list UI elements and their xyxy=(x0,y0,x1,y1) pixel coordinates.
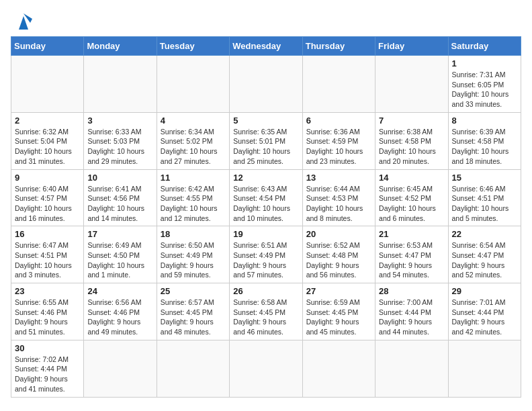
calendar-cell: 17Sunrise: 6:49 AM Sunset: 4:50 PM Dayli… xyxy=(84,226,157,283)
day-info: Sunrise: 6:55 AM Sunset: 4:46 PM Dayligh… xyxy=(15,298,80,337)
day-number: 7 xyxy=(379,116,444,126)
calendar-cell: 27Sunrise: 6:59 AM Sunset: 4:45 PM Dayli… xyxy=(302,283,375,340)
day-number: 10 xyxy=(87,173,152,183)
day-number: 11 xyxy=(161,173,226,183)
calendar-cell xyxy=(375,56,448,113)
day-info: Sunrise: 6:38 AM Sunset: 4:58 PM Dayligh… xyxy=(379,127,444,167)
calendar-cell xyxy=(230,56,302,113)
day-number: 15 xyxy=(452,173,517,183)
calendar-cell xyxy=(11,56,84,113)
day-info: Sunrise: 6:52 AM Sunset: 4:48 PM Dayligh… xyxy=(306,240,371,280)
calendar-cell: 18Sunrise: 6:50 AM Sunset: 4:49 PM Dayli… xyxy=(157,226,229,283)
day-number: 4 xyxy=(161,116,226,126)
day-number: 29 xyxy=(452,286,517,296)
calendar-cell xyxy=(84,56,157,113)
day-number: 14 xyxy=(379,173,444,183)
day-info: Sunrise: 7:00 AM Sunset: 4:44 PM Dayligh… xyxy=(379,298,444,337)
day-number: 8 xyxy=(452,116,517,126)
day-info: Sunrise: 7:01 AM Sunset: 4:44 PM Dayligh… xyxy=(452,298,517,337)
day-number: 6 xyxy=(306,116,371,126)
day-info: Sunrise: 6:54 AM Sunset: 4:47 PM Dayligh… xyxy=(452,240,517,280)
calendar-cell: 16Sunrise: 6:47 AM Sunset: 4:51 PM Dayli… xyxy=(11,226,84,283)
calendar-cell: 14Sunrise: 6:45 AM Sunset: 4:52 PM Dayli… xyxy=(375,169,448,226)
logo-triangle-icon xyxy=(13,11,34,30)
calendar-cell xyxy=(84,340,157,397)
calendar-cell: 4Sunrise: 6:34 AM Sunset: 5:02 PM Daylig… xyxy=(157,112,229,169)
weekday-header: Sunday xyxy=(11,37,84,56)
day-info: Sunrise: 6:58 AM Sunset: 4:45 PM Dayligh… xyxy=(233,298,298,337)
logo-bar xyxy=(11,11,34,30)
calendar-cell: 5Sunrise: 6:35 AM Sunset: 5:01 PM Daylig… xyxy=(230,112,302,169)
weekday-header: Tuesday xyxy=(157,37,229,56)
calendar-cell: 15Sunrise: 6:46 AM Sunset: 4:51 PM Dayli… xyxy=(448,169,521,226)
calendar-cell xyxy=(157,340,229,397)
calendar-cell xyxy=(448,340,521,397)
day-number: 19 xyxy=(233,229,298,239)
header xyxy=(11,11,521,30)
calendar-cell: 10Sunrise: 6:41 AM Sunset: 4:56 PM Dayli… xyxy=(84,169,157,226)
calendar-cell: 13Sunrise: 6:44 AM Sunset: 4:53 PM Dayli… xyxy=(302,169,375,226)
calendar-cell: 9Sunrise: 6:40 AM Sunset: 4:57 PM Daylig… xyxy=(11,169,84,226)
day-number: 2 xyxy=(15,116,80,126)
calendar-cell: 11Sunrise: 6:42 AM Sunset: 4:55 PM Dayli… xyxy=(157,169,229,226)
calendar-cell: 24Sunrise: 6:56 AM Sunset: 4:46 PM Dayli… xyxy=(84,283,157,340)
day-number: 3 xyxy=(87,116,152,126)
day-number: 1 xyxy=(452,58,517,68)
day-info: Sunrise: 6:51 AM Sunset: 4:49 PM Dayligh… xyxy=(233,240,298,280)
day-info: Sunrise: 6:40 AM Sunset: 4:57 PM Dayligh… xyxy=(15,184,80,224)
day-info: Sunrise: 6:39 AM Sunset: 4:58 PM Dayligh… xyxy=(452,127,517,167)
calendar-cell: 26Sunrise: 6:58 AM Sunset: 4:45 PM Dayli… xyxy=(230,283,302,340)
day-info: Sunrise: 6:34 AM Sunset: 5:02 PM Dayligh… xyxy=(161,127,226,167)
calendar-header: SundayMondayTuesdayWednesdayThursdayFrid… xyxy=(11,37,521,56)
day-info: Sunrise: 6:42 AM Sunset: 4:55 PM Dayligh… xyxy=(161,184,226,224)
calendar-cell: 8Sunrise: 6:39 AM Sunset: 4:58 PM Daylig… xyxy=(448,112,521,169)
svg-marker-0 xyxy=(19,16,28,30)
calendar-week-row: 2Sunrise: 6:32 AM Sunset: 5:04 PM Daylig… xyxy=(11,112,521,169)
calendar-week-row: 30Sunrise: 7:02 AM Sunset: 4:44 PM Dayli… xyxy=(11,340,521,397)
day-number: 26 xyxy=(233,286,298,296)
day-info: Sunrise: 6:50 AM Sunset: 4:49 PM Dayligh… xyxy=(161,240,226,280)
weekday-header: Saturday xyxy=(448,37,521,56)
day-number: 13 xyxy=(306,173,371,183)
day-number: 22 xyxy=(452,229,517,239)
calendar-cell: 23Sunrise: 6:55 AM Sunset: 4:46 PM Dayli… xyxy=(11,283,84,340)
day-number: 5 xyxy=(233,116,298,126)
day-info: Sunrise: 6:43 AM Sunset: 4:54 PM Dayligh… xyxy=(233,184,298,224)
day-info: Sunrise: 6:47 AM Sunset: 4:51 PM Dayligh… xyxy=(15,240,80,280)
weekday-header: Wednesday xyxy=(230,37,302,56)
day-info: Sunrise: 6:35 AM Sunset: 5:01 PM Dayligh… xyxy=(233,127,298,167)
day-number: 28 xyxy=(379,286,444,296)
calendar-cell: 12Sunrise: 6:43 AM Sunset: 4:54 PM Dayli… xyxy=(230,169,302,226)
calendar-cell xyxy=(302,340,375,397)
calendar-cell: 25Sunrise: 6:57 AM Sunset: 4:45 PM Dayli… xyxy=(157,283,229,340)
day-info: Sunrise: 6:44 AM Sunset: 4:53 PM Dayligh… xyxy=(306,184,371,224)
day-number: 24 xyxy=(87,286,152,296)
day-number: 17 xyxy=(87,229,152,239)
weekday-header: Thursday xyxy=(302,37,375,56)
day-number: 18 xyxy=(161,229,226,239)
day-number: 9 xyxy=(15,173,80,183)
day-info: Sunrise: 6:49 AM Sunset: 4:50 PM Dayligh… xyxy=(87,240,152,280)
day-info: Sunrise: 6:33 AM Sunset: 5:03 PM Dayligh… xyxy=(87,127,152,167)
logo xyxy=(11,11,34,30)
weekday-row: SundayMondayTuesdayWednesdayThursdayFrid… xyxy=(11,37,521,56)
calendar-cell: 1Sunrise: 7:31 AM Sunset: 6:05 PM Daylig… xyxy=(448,56,521,113)
calendar-cell xyxy=(302,56,375,113)
day-info: Sunrise: 6:53 AM Sunset: 4:47 PM Dayligh… xyxy=(379,240,444,280)
calendar-week-row: 16Sunrise: 6:47 AM Sunset: 4:51 PM Dayli… xyxy=(11,226,521,283)
day-number: 12 xyxy=(233,173,298,183)
weekday-header: Monday xyxy=(84,37,157,56)
calendar-cell: 21Sunrise: 6:53 AM Sunset: 4:47 PM Dayli… xyxy=(375,226,448,283)
calendar-cell: 22Sunrise: 6:54 AM Sunset: 4:47 PM Dayli… xyxy=(448,226,521,283)
calendar-week-row: 9Sunrise: 6:40 AM Sunset: 4:57 PM Daylig… xyxy=(11,169,521,226)
day-number: 16 xyxy=(15,229,80,239)
calendar-cell xyxy=(157,56,229,113)
calendar-week-row: 23Sunrise: 6:55 AM Sunset: 4:46 PM Dayli… xyxy=(11,283,521,340)
day-number: 20 xyxy=(306,229,371,239)
day-number: 30 xyxy=(15,343,80,353)
calendar-cell: 30Sunrise: 7:02 AM Sunset: 4:44 PM Dayli… xyxy=(11,340,84,397)
calendar-week-row: 1Sunrise: 7:31 AM Sunset: 6:05 PM Daylig… xyxy=(11,56,521,113)
day-number: 21 xyxy=(379,229,444,239)
calendar-cell xyxy=(230,340,302,397)
day-info: Sunrise: 6:46 AM Sunset: 4:51 PM Dayligh… xyxy=(452,184,517,224)
